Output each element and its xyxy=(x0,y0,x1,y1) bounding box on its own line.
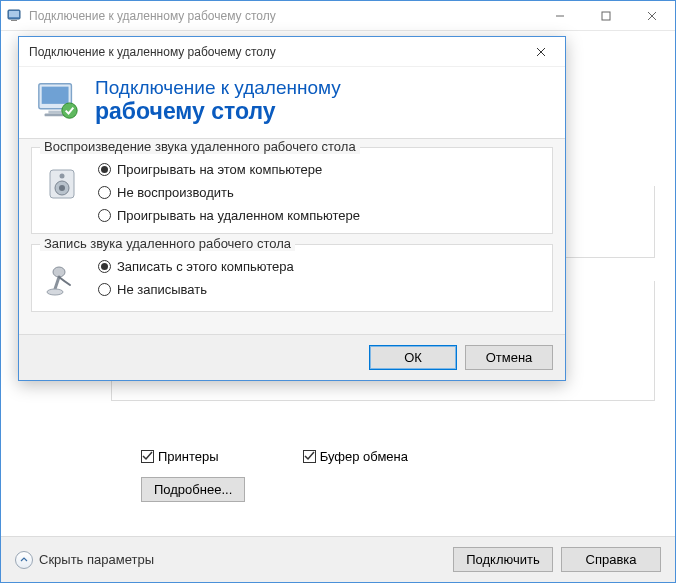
banner-line2: рабочему столу xyxy=(95,99,341,124)
checkbox-icon xyxy=(141,450,154,463)
svg-rect-11 xyxy=(48,110,61,113)
svg-point-18 xyxy=(53,267,65,277)
cancel-button[interactable]: Отмена xyxy=(465,345,553,370)
record-none-radio[interactable]: Не записывать xyxy=(98,282,294,297)
hide-options-toggle[interactable]: Скрыть параметры xyxy=(15,551,154,569)
playback-remote-radio[interactable]: Проигрывать на удаленном компьютере xyxy=(98,208,360,223)
radio-icon xyxy=(98,283,111,296)
microphone-icon xyxy=(44,261,84,301)
radio-icon xyxy=(98,209,111,222)
printers-label: Принтеры xyxy=(158,449,219,464)
record-legend: Запись звука удаленного рабочего стола xyxy=(40,236,295,251)
details-button[interactable]: Подробнее... xyxy=(141,477,245,502)
speaker-icon xyxy=(44,164,84,204)
maximize-button[interactable] xyxy=(583,1,629,31)
svg-point-16 xyxy=(59,185,65,191)
chevron-up-icon xyxy=(15,551,33,569)
clipboard-label: Буфер обмена xyxy=(320,449,408,464)
svg-point-17 xyxy=(60,174,65,179)
dialog-content: Воспроизведение звука удаленного рабочег… xyxy=(19,139,565,334)
record-local-radio[interactable]: Записать с этого компьютера xyxy=(98,259,294,274)
playback-legend: Воспроизведение звука удаленного рабочег… xyxy=(40,139,360,154)
radio-label: Проигрывать на этом компьютере xyxy=(117,162,322,177)
svg-point-19 xyxy=(47,289,63,295)
printers-checkbox[interactable]: Принтеры xyxy=(141,449,219,464)
playback-group: Воспроизведение звука удаленного рабочег… xyxy=(31,147,553,234)
playback-none-radio[interactable]: Не воспроизводить xyxy=(98,185,360,200)
minimize-button[interactable] xyxy=(537,1,583,31)
radio-icon xyxy=(98,260,111,273)
radio-label: Проигрывать на удаленном компьютере xyxy=(117,208,360,223)
playback-radios: Проигрывать на этом компьютере Не воспро… xyxy=(98,162,360,223)
connect-button[interactable]: Подключить xyxy=(453,547,553,572)
audio-settings-dialog: Подключение к удаленному рабочему столу … xyxy=(18,36,566,381)
banner-text: Подключение к удаленному рабочему столу xyxy=(95,77,341,124)
playback-local-radio[interactable]: Проигрывать на этом компьютере xyxy=(98,162,360,177)
dialog-close-button[interactable] xyxy=(527,41,555,63)
dialog-titlebar: Подключение к удаленному рабочему столу xyxy=(19,37,565,67)
radio-label: Не записывать xyxy=(117,282,207,297)
ok-button[interactable]: ОК xyxy=(369,345,457,370)
radio-label: Не воспроизводить xyxy=(117,185,234,200)
svg-rect-4 xyxy=(602,12,610,20)
svg-rect-1 xyxy=(9,11,19,17)
radio-icon xyxy=(98,163,111,176)
banner-line1: Подключение к удаленному xyxy=(95,77,341,99)
close-button[interactable] xyxy=(629,1,675,31)
parent-titlebar: Подключение к удаленному рабочему столу xyxy=(1,1,675,31)
radio-icon xyxy=(98,186,111,199)
dialog-banner: Подключение к удаленному рабочему столу xyxy=(19,67,565,139)
rdp-app-icon xyxy=(7,8,23,24)
bottom-bar: Скрыть параметры Подключить Справка xyxy=(1,536,675,582)
dialog-title: Подключение к удаленному рабочему столу xyxy=(29,45,527,59)
radio-label: Записать с этого компьютера xyxy=(117,259,294,274)
record-radios: Записать с этого компьютера Не записыват… xyxy=(98,259,294,301)
parent-window-title: Подключение к удаленному рабочему столу xyxy=(29,9,537,23)
record-group: Запись звука удаленного рабочего стола З… xyxy=(31,244,553,312)
checkbox-icon xyxy=(303,450,316,463)
svg-point-13 xyxy=(62,103,77,118)
local-resources-checkrow: Принтеры Буфер обмена xyxy=(141,449,408,464)
dialog-button-row: ОК Отмена xyxy=(19,334,565,380)
hide-options-label: Скрыть параметры xyxy=(39,552,154,567)
svg-rect-10 xyxy=(42,86,69,103)
svg-rect-2 xyxy=(11,20,17,21)
window-controls xyxy=(537,1,675,31)
clipboard-checkbox[interactable]: Буфер обмена xyxy=(303,449,408,464)
help-button[interactable]: Справка xyxy=(561,547,661,572)
rdp-banner-icon xyxy=(35,78,81,124)
